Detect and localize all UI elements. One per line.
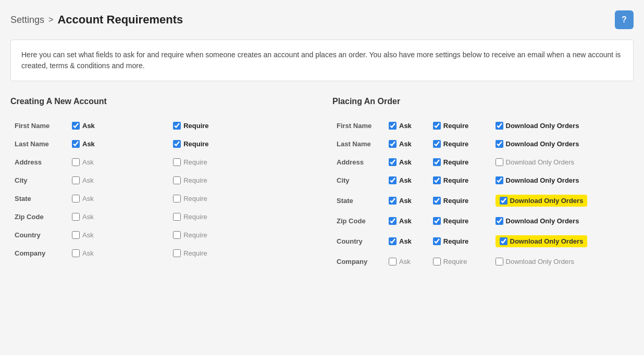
ask-checkbox[interactable]	[389, 140, 397, 148]
download-cell: Download Only Orders	[491, 230, 634, 252]
require-label[interactable]: Require	[173, 176, 307, 184]
ask-checkbox[interactable]	[72, 195, 80, 202]
require-checkbox[interactable]	[173, 249, 181, 257]
download-checkbox[interactable]	[500, 237, 507, 245]
table-row: Address Ask Require Download Only Orders	[332, 153, 634, 171]
field-label: First Name	[332, 117, 385, 135]
ask-label[interactable]: Ask	[389, 140, 425, 148]
require-label[interactable]: Require	[173, 249, 307, 257]
require-checkbox[interactable]	[433, 176, 441, 184]
require-checkbox[interactable]	[173, 122, 181, 130]
download-checkbox[interactable]	[496, 158, 503, 166]
ask-checkbox[interactable]	[389, 217, 397, 225]
ask-checkbox[interactable]	[389, 122, 397, 130]
require-label[interactable]: Require	[433, 258, 487, 265]
download-label[interactable]: Download Only Orders	[496, 158, 629, 166]
ask-label[interactable]: Ask	[72, 176, 165, 184]
require-cell: Require	[429, 212, 491, 230]
require-checkbox[interactable]	[433, 158, 441, 166]
download-label[interactable]: Download Only Orders	[496, 235, 588, 247]
require-checkbox[interactable]	[173, 213, 181, 221]
ask-checkbox[interactable]	[72, 158, 80, 166]
download-checkbox[interactable]	[500, 197, 507, 205]
breadcrumb-separator: >	[48, 15, 53, 24]
download-checkbox[interactable]	[496, 122, 503, 130]
ask-checkbox[interactable]	[389, 176, 397, 184]
placing-table: First Name Ask Require Download Only Ord…	[332, 117, 634, 271]
ask-label[interactable]: Ask	[389, 122, 425, 130]
download-label[interactable]: Download Only Orders	[496, 258, 629, 265]
require-label[interactable]: Require	[173, 122, 307, 130]
ask-label[interactable]: Ask	[72, 122, 165, 130]
ask-checkbox[interactable]	[72, 140, 80, 148]
field-label: First Name	[10, 117, 68, 135]
require-checkbox[interactable]	[433, 140, 441, 148]
ask-checkbox[interactable]	[72, 176, 80, 184]
require-label[interactable]: Require	[173, 158, 307, 166]
require-checkbox[interactable]	[433, 197, 441, 205]
require-checkbox[interactable]	[433, 217, 441, 225]
download-checkbox[interactable]	[496, 176, 503, 184]
ask-cell: Ask	[385, 135, 429, 153]
require-checkbox[interactable]	[173, 140, 181, 148]
require-checkbox[interactable]	[433, 237, 441, 245]
ask-cell: Ask	[385, 153, 429, 171]
require-checkbox[interactable]	[433, 258, 441, 265]
require-label[interactable]: Require	[173, 140, 307, 148]
download-label[interactable]: Download Only Orders	[496, 195, 588, 207]
ask-cell: Ask	[385, 230, 429, 252]
ask-label[interactable]: Ask	[389, 176, 425, 184]
ask-checkbox[interactable]	[389, 237, 397, 245]
require-label[interactable]: Require	[433, 176, 487, 184]
download-checkbox[interactable]	[496, 140, 503, 148]
ask-checkbox[interactable]	[72, 122, 80, 130]
ask-checkbox[interactable]	[72, 213, 80, 221]
ask-label[interactable]: Ask	[72, 249, 165, 257]
info-box-text: Here you can set what fields to ask for …	[21, 50, 621, 70]
download-label[interactable]: Download Only Orders	[496, 176, 629, 184]
ask-label[interactable]: Ask	[389, 237, 425, 245]
table-row: Zip Code Ask Require Download Only Order…	[332, 212, 634, 230]
download-label[interactable]: Download Only Orders	[496, 217, 629, 225]
require-label[interactable]: Require	[173, 213, 307, 221]
require-label[interactable]: Require	[173, 231, 307, 239]
ask-checkbox[interactable]	[389, 258, 397, 265]
require-cell: Require	[169, 153, 312, 171]
ask-label[interactable]: Ask	[72, 158, 165, 166]
require-label[interactable]: Require	[433, 158, 487, 166]
require-checkbox[interactable]	[173, 158, 181, 166]
page-title: Account Requirements	[57, 13, 183, 27]
require-checkbox[interactable]	[173, 176, 181, 184]
ask-label[interactable]: Ask	[72, 140, 165, 148]
ask-label[interactable]: Ask	[389, 158, 425, 166]
ask-label[interactable]: Ask	[389, 197, 425, 205]
require-label[interactable]: Require	[433, 237, 487, 245]
require-label[interactable]: Require	[433, 217, 487, 225]
require-label[interactable]: Require	[433, 122, 487, 130]
ask-checkbox[interactable]	[72, 231, 80, 239]
download-label[interactable]: Download Only Orders	[496, 122, 629, 130]
help-button[interactable]: ?	[615, 10, 634, 29]
download-checkbox[interactable]	[496, 217, 503, 225]
ask-label[interactable]: Ask	[389, 258, 425, 265]
table-row: Last Name Ask Require Download Only Orde…	[332, 135, 634, 153]
download-cell: Download Only Orders	[491, 135, 634, 153]
ask-label[interactable]: Ask	[389, 217, 425, 225]
ask-label[interactable]: Ask	[72, 195, 165, 202]
require-checkbox[interactable]	[173, 231, 181, 239]
ask-label[interactable]: Ask	[72, 231, 165, 239]
require-checkbox[interactable]	[433, 122, 441, 130]
download-label[interactable]: Download Only Orders	[496, 140, 629, 148]
ask-checkbox[interactable]	[389, 197, 397, 205]
ask-checkbox[interactable]	[72, 249, 80, 257]
require-label[interactable]: Require	[433, 197, 487, 205]
ask-cell: Ask	[68, 117, 169, 135]
main-content: Creating A New Account First Name Ask Re…	[10, 97, 634, 271]
ask-checkbox[interactable]	[389, 158, 397, 166]
creating-section-title: Creating A New Account	[10, 97, 312, 106]
require-label[interactable]: Require	[433, 140, 487, 148]
require-checkbox[interactable]	[173, 195, 181, 202]
download-checkbox[interactable]	[496, 258, 503, 265]
ask-label[interactable]: Ask	[72, 213, 165, 221]
require-label[interactable]: Require	[173, 195, 307, 202]
